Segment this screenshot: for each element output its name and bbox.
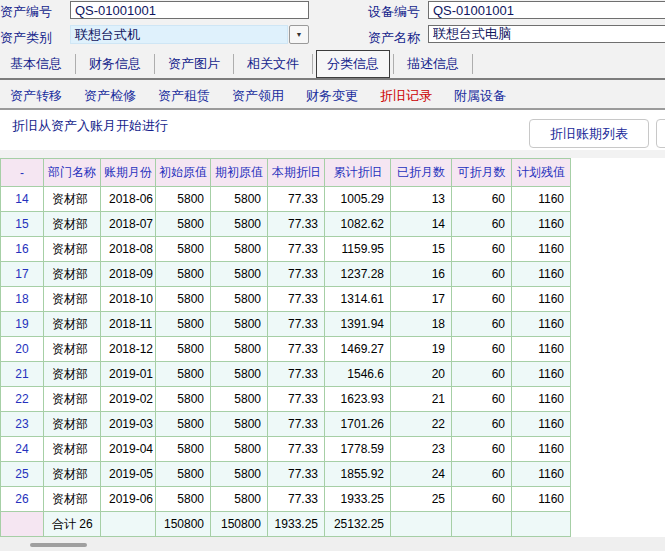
table-cell[interactable]: 5800: [211, 312, 268, 337]
table-cell[interactable]: 1160: [512, 237, 571, 262]
table-cell[interactable]: 5800: [156, 287, 211, 312]
table-cell[interactable]: 5800: [211, 412, 268, 437]
table-cell[interactable]: 16: [391, 262, 452, 287]
table-cell[interactable]: 60: [452, 412, 512, 437]
table-cell[interactable]: 60: [452, 312, 512, 337]
table-cell[interactable]: 21: [391, 387, 452, 412]
table-cell[interactable]: 5800: [156, 337, 211, 362]
table-cell[interactable]: 77.33: [268, 462, 325, 487]
table-cell[interactable]: 2018-07: [101, 212, 156, 237]
table-cell[interactable]: 5800: [156, 412, 211, 437]
table-cell[interactable]: 1160: [512, 412, 571, 437]
table-cell[interactable]: 2019-02: [101, 387, 156, 412]
table-cell[interactable]: 77.33: [268, 187, 325, 212]
table-row[interactable]: 22资材部2019-025800580077.331623.9321601160: [1, 387, 571, 412]
table-cell[interactable]: 资材部: [44, 212, 101, 237]
table-cell[interactable]: 资材部: [44, 287, 101, 312]
table-cell[interactable]: 24: [391, 462, 452, 487]
subtab-asset-overhaul[interactable]: 资产检修: [84, 87, 136, 105]
table-cell[interactable]: 资材部: [44, 437, 101, 462]
table-cell[interactable]: 1160: [512, 362, 571, 387]
table-cell[interactable]: 1160: [512, 337, 571, 362]
table-cell[interactable]: 77.33: [268, 212, 325, 237]
table-cell[interactable]: 5800: [211, 187, 268, 212]
table-cell[interactable]: 5800: [211, 212, 268, 237]
table-cell[interactable]: 2019-01: [101, 362, 156, 387]
table-cell[interactable]: 60: [452, 237, 512, 262]
table-cell[interactable]: 77.33: [268, 437, 325, 462]
table-cell[interactable]: 5800: [156, 387, 211, 412]
table-cell[interactable]: 1160: [512, 212, 571, 237]
table-cell[interactable]: 5800: [156, 212, 211, 237]
table-cell[interactable]: 5800: [156, 487, 211, 512]
asset-name-input[interactable]: [428, 25, 665, 43]
table-cell[interactable]: 5800: [211, 287, 268, 312]
table-cell[interactable]: 15: [1, 212, 44, 237]
table-row[interactable]: 14资材部2018-065800580077.331005.2913601160: [1, 187, 571, 212]
table-cell[interactable]: 60: [452, 462, 512, 487]
table-cell[interactable]: 2019-04: [101, 437, 156, 462]
table-cell[interactable]: 1469.27: [325, 337, 391, 362]
table-cell[interactable]: 60: [452, 437, 512, 462]
table-cell[interactable]: 2018-11: [101, 312, 156, 337]
scrollbar-thumb[interactable]: [30, 543, 87, 547]
table-cell[interactable]: 77.33: [268, 412, 325, 437]
tab-basic-info[interactable]: 基本信息: [0, 51, 72, 77]
table-cell[interactable]: 1314.61: [325, 287, 391, 312]
table-cell[interactable]: 5800: [156, 262, 211, 287]
table-cell[interactable]: 资材部: [44, 312, 101, 337]
table-cell[interactable]: 5800: [156, 187, 211, 212]
table-row[interactable]: 20资材部2018-125800580077.331469.2719601160: [1, 337, 571, 362]
table-cell[interactable]: 5800: [211, 262, 268, 287]
table-cell[interactable]: 60: [452, 362, 512, 387]
table-row[interactable]: 19资材部2018-115800580077.331391.9418601160: [1, 312, 571, 337]
table-cell[interactable]: 23: [391, 437, 452, 462]
table-cell[interactable]: 5800: [156, 437, 211, 462]
table-cell[interactable]: 2019-06: [101, 487, 156, 512]
table-cell[interactable]: 60: [452, 387, 512, 412]
table-cell[interactable]: 13: [391, 187, 452, 212]
table-cell[interactable]: 资材部: [44, 362, 101, 387]
table-cell[interactable]: 77.33: [268, 287, 325, 312]
table-cell[interactable]: 1160: [512, 462, 571, 487]
table-cell[interactable]: 资材部: [44, 487, 101, 512]
table-cell[interactable]: 60: [452, 487, 512, 512]
table-cell[interactable]: 2018-08: [101, 237, 156, 262]
table-cell[interactable]: 资材部: [44, 262, 101, 287]
table-cell[interactable]: 5800: [211, 387, 268, 412]
table-cell[interactable]: 2019-05: [101, 462, 156, 487]
table-cell[interactable]: 2018-12: [101, 337, 156, 362]
table-row[interactable]: 21资材部2019-015800580077.331546.620601160: [1, 362, 571, 387]
table-cell[interactable]: 资材部: [44, 412, 101, 437]
table-cell[interactable]: 26: [1, 487, 44, 512]
table-cell[interactable]: 21: [1, 362, 44, 387]
asset-category-select[interactable]: 联想台式机: [70, 25, 288, 44]
tab-asset-image[interactable]: 资产图片: [158, 51, 230, 77]
table-cell[interactable]: 1005.29: [325, 187, 391, 212]
table-cell[interactable]: 资材部: [44, 237, 101, 262]
table-cell[interactable]: 资材部: [44, 462, 101, 487]
table-cell[interactable]: 2018-06: [101, 187, 156, 212]
table-cell[interactable]: 5800: [156, 312, 211, 337]
table-row[interactable]: 18资材部2018-105800580077.331314.6117601160: [1, 287, 571, 312]
tab-finance-info[interactable]: 财务信息: [79, 51, 151, 77]
table-cell[interactable]: 1160: [512, 437, 571, 462]
table-cell[interactable]: 77.33: [268, 337, 325, 362]
table-cell[interactable]: 资材部: [44, 387, 101, 412]
table-row[interactable]: 15资材部2018-075800580077.331082.6214601160: [1, 212, 571, 237]
horizontal-scrollbar[interactable]: [0, 537, 665, 551]
table-cell[interactable]: 5800: [211, 437, 268, 462]
table-cell[interactable]: 18: [391, 312, 452, 337]
table-cell[interactable]: 1082.62: [325, 212, 391, 237]
table-row[interactable]: 16资材部2018-085800580077.331159.9515601160: [1, 237, 571, 262]
subtab-asset-lease[interactable]: 资产租赁: [158, 87, 210, 105]
table-cell[interactable]: 1391.94: [325, 312, 391, 337]
table-cell[interactable]: 20: [391, 362, 452, 387]
table-cell[interactable]: 2018-09: [101, 262, 156, 287]
table-cell[interactable]: 1623.93: [325, 387, 391, 412]
table-row[interactable]: 26资材部2019-065800580077.331933.2525601160: [1, 487, 571, 512]
table-cell[interactable]: 5800: [211, 337, 268, 362]
table-cell[interactable]: 24: [1, 437, 44, 462]
table-cell[interactable]: 77.33: [268, 387, 325, 412]
table-cell[interactable]: 25: [1, 462, 44, 487]
